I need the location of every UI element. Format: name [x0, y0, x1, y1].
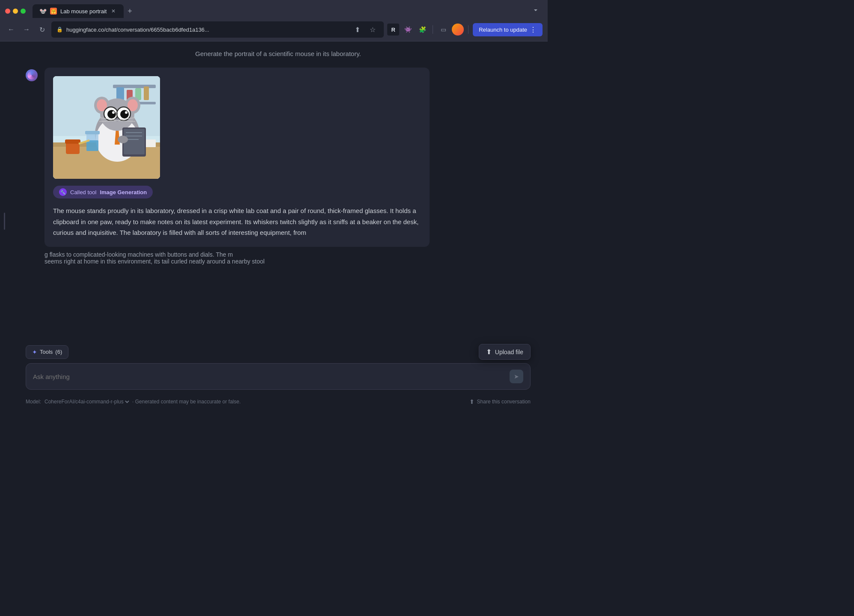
tool-badge-icon: 🔧 [59, 188, 67, 196]
tab-bar: 🐭 🤗 Lab mouse portrait ✕ + [33, 4, 136, 18]
assistant-message: 🔧 Called tool Image Generation The mouse… [26, 68, 531, 247]
avatar-graphic [27, 71, 36, 80]
tab-emoji-icon: 🐭 [39, 8, 47, 15]
back-button[interactable]: ← [5, 24, 17, 36]
assistant-avatar [26, 69, 38, 81]
tab-title: Lab mouse portrait [60, 8, 107, 15]
svg-rect-7 [144, 86, 149, 100]
chat-input[interactable] [33, 373, 504, 380]
minimize-button[interactable] [13, 9, 18, 14]
extension-face-button[interactable]: 👾 [402, 24, 414, 36]
input-area: ➤ [26, 363, 531, 390]
message-text: The mouse stands proudly in its laborato… [53, 205, 421, 238]
sidebar-toggle-button[interactable]: ▭ [437, 24, 449, 36]
relaunch-button[interactable]: Relaunch to update ⋮ [473, 23, 543, 36]
mouse-illustration [53, 76, 160, 179]
svg-point-26 [120, 110, 129, 118]
bookmark-button[interactable]: ☆ [367, 24, 379, 36]
url-text: huggingface.co/chat/conversation/6655bac… [66, 27, 348, 33]
maximize-button[interactable] [21, 9, 26, 14]
main-content: Generate the portrait of a scientific mo… [0, 41, 548, 409]
svg-rect-42 [85, 131, 100, 134]
nav-bar: ← → ↻ 🔒 huggingface.co/chat/conversation… [0, 18, 548, 41]
svg-point-40 [118, 136, 128, 143]
send-icon: ➤ [514, 373, 519, 380]
upload-icon: ⬆ [486, 348, 492, 356]
chat-area: Generate the portrait of a scientific mo… [9, 41, 548, 409]
tab-favicon-icon: 🤗 [50, 8, 57, 15]
model-selector[interactable]: CohereForAI/c4ai-command-r-plus [43, 398, 130, 405]
separator [433, 25, 433, 34]
partial-text-2: seems right at home in this environment,… [26, 258, 531, 265]
send-button[interactable]: ➤ [510, 370, 523, 383]
footer: Model: CohereForAI/c4ai-command-r-plus ·… [9, 395, 548, 409]
sidebar-handle [4, 213, 5, 230]
share-conversation-button[interactable]: ⬆ Share this conversation [469, 398, 531, 405]
generated-image [53, 76, 160, 179]
address-bar[interactable]: 🔒 huggingface.co/chat/conversation/6655b… [51, 21, 384, 38]
svg-rect-45 [65, 139, 80, 144]
tools-button[interactable]: ✦ Tools (6) [26, 345, 68, 359]
svg-point-27 [112, 111, 115, 114]
svg-point-25 [107, 110, 116, 118]
upload-popup[interactable]: ⬆ Upload file [479, 344, 531, 360]
separator-2 [468, 25, 469, 34]
tab-close-button[interactable]: ✕ [110, 8, 117, 15]
window-controls [5, 9, 26, 14]
svg-rect-43 [86, 140, 98, 151]
share-icon: ⬆ [469, 398, 474, 405]
menu-dots-icon: ⋮ [530, 26, 537, 34]
tools-bar: ✦ Tools (6) ⬆ Upload file [26, 344, 531, 360]
share-page-button[interactable]: ⬆ [351, 24, 363, 36]
browser-chrome: 🐭 🤗 Lab mouse portrait ✕ + ← → ↻ 🔒 huggi… [0, 0, 548, 41]
svg-point-28 [125, 111, 128, 114]
title-bar: 🐭 🤗 Lab mouse portrait ✕ + [0, 0, 548, 18]
new-tab-button[interactable]: + [124, 5, 136, 17]
sidebar-indicator [0, 41, 9, 409]
forward-button[interactable]: → [21, 24, 33, 36]
messages-container: Generate the portrait of a scientific mo… [9, 41, 548, 344]
sparkle-icon: ✦ [32, 349, 37, 355]
chevron-down-icon [532, 7, 539, 14]
nav-actions: R 👾 🧩 ▭ Relaunch to update ⋮ [387, 23, 543, 36]
footer-left: Model: CohereForAI/c4ai-command-r-plus ·… [26, 398, 241, 405]
reload-button[interactable]: ↻ [36, 24, 48, 36]
security-icon: 🔒 [56, 27, 63, 33]
user-message: Generate the portrait of a scientific mo… [26, 50, 531, 57]
active-tab[interactable]: 🐭 🤗 Lab mouse portrait ✕ [33, 4, 124, 18]
message-content-card: 🔧 Called tool Image Generation The mouse… [44, 68, 430, 247]
profile-avatar[interactable] [452, 24, 464, 36]
close-button[interactable] [5, 9, 10, 14]
extension-r-button[interactable]: R [387, 24, 399, 36]
svg-rect-4 [116, 87, 124, 100]
bottom-area: ✦ Tools (6) ⬆ Upload file ➤ [9, 344, 548, 395]
partial-text: g flasks to complicated-looking machines… [26, 251, 531, 258]
extension-puzzle-button[interactable]: 🧩 [416, 24, 428, 36]
tool-badge: 🔧 Called tool Image Generation [53, 186, 153, 198]
